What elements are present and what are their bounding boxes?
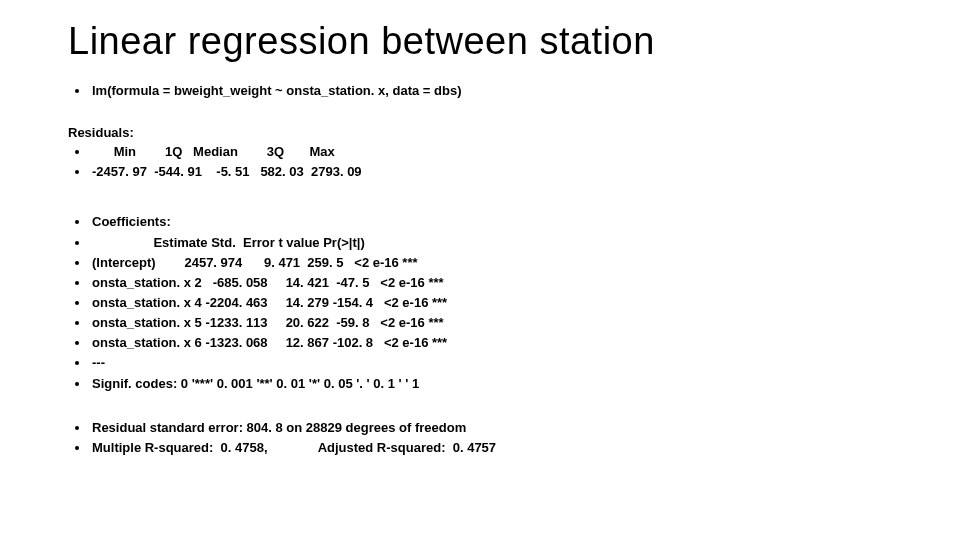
residuals-section: Residuals: Min 1Q Median 3Q Max -2457. 9… bbox=[68, 125, 892, 182]
coefficients-header: Estimate Std. Error t value Pr(>|t|) bbox=[90, 233, 892, 253]
coefficients-label: Coefficients: bbox=[90, 212, 892, 232]
slide: Linear regression between station lm(for… bbox=[0, 0, 960, 502]
footer-section: Residual standard error: 804. 8 on 28829… bbox=[68, 418, 892, 458]
residuals-values: -2457. 97 -544. 91 -5. 51 582. 03 2793. … bbox=[90, 162, 892, 182]
page-title: Linear regression between station bbox=[68, 20, 892, 63]
coef-row: onsta_station. x 6 -1323. 068 12. 867 -1… bbox=[90, 333, 892, 353]
residual-std-error: Residual standard error: 804. 8 on 28829… bbox=[90, 418, 892, 438]
formula-line: lm(formula = bweight_weight ~ onsta_stat… bbox=[90, 81, 892, 101]
coef-sep: --- bbox=[90, 353, 892, 373]
formula-block: lm(formula = bweight_weight ~ onsta_stat… bbox=[68, 81, 892, 101]
residuals-header: Min 1Q Median 3Q Max bbox=[90, 142, 892, 162]
coef-row: onsta_station. x 5 -1233. 113 20. 622 -5… bbox=[90, 313, 892, 333]
coefficients-section: Coefficients: Estimate Std. Error t valu… bbox=[68, 212, 892, 393]
coef-row: (Intercept) 2457. 974 9. 471 259. 5 <2 e… bbox=[90, 253, 892, 273]
r-squared: Multiple R-squared: 0. 4758, Adjusted R-… bbox=[90, 438, 892, 458]
residuals-label: Residuals: bbox=[68, 125, 892, 140]
residuals-list: Min 1Q Median 3Q Max -2457. 97 -544. 91 … bbox=[68, 142, 892, 182]
coef-row: onsta_station. x 2 -685. 058 14. 421 -47… bbox=[90, 273, 892, 293]
signif-codes: Signif. codes: 0 '***' 0. 001 '**' 0. 01… bbox=[90, 374, 892, 394]
coef-row: onsta_station. x 4 -2204. 463 14. 279 -1… bbox=[90, 293, 892, 313]
